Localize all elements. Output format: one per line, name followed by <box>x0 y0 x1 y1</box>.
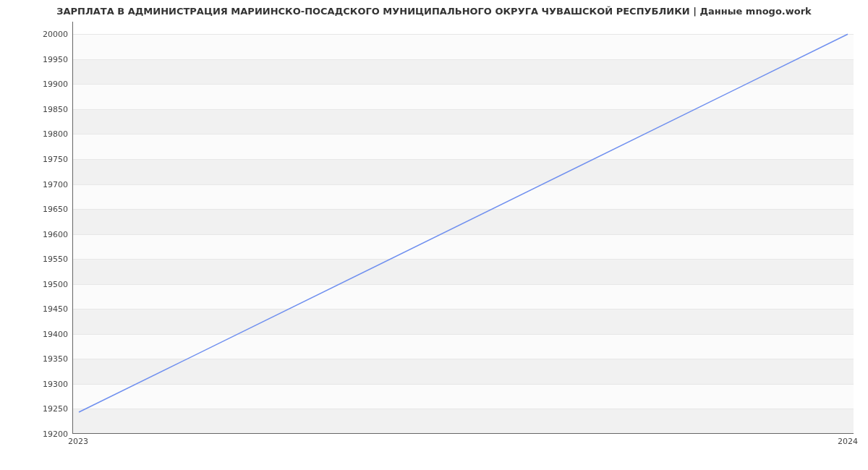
x-tick-label: 2023 <box>68 437 88 446</box>
y-tick-label: 19900 <box>10 80 68 89</box>
y-tick-label: 19400 <box>10 329 68 338</box>
y-tick-label: 19700 <box>10 179 68 189</box>
plot-area <box>72 22 854 434</box>
chart-container: ЗАРПЛАТА В АДМИНИСТРАЦИЯ МАРИИНСКО-ПОСАД… <box>0 0 868 470</box>
x-tick-label: 2024 <box>838 437 858 446</box>
y-tick-label: 19300 <box>10 379 68 388</box>
y-tick-label: 20000 <box>10 30 68 39</box>
y-tick-label: 19600 <box>10 229 68 239</box>
line-series <box>73 22 854 433</box>
y-tick-label: 19450 <box>10 304 68 314</box>
y-tick-label: 19250 <box>10 404 68 414</box>
series-line <box>79 34 848 412</box>
y-tick-label: 19850 <box>10 104 68 114</box>
y-tick-label: 19950 <box>10 54 68 64</box>
y-tick-label: 19200 <box>10 430 68 439</box>
chart-title: ЗАРПЛАТА В АДМИНИСТРАЦИЯ МАРИИНСКО-ПОСАД… <box>0 6 868 17</box>
y-tick-label: 19350 <box>10 354 68 364</box>
y-tick-label: 19500 <box>10 279 68 289</box>
y-tick-label: 19650 <box>10 205 68 214</box>
y-tick-label: 19750 <box>10 155 68 164</box>
y-tick-label: 19800 <box>10 129 68 139</box>
y-tick-label: 19550 <box>10 255 68 264</box>
